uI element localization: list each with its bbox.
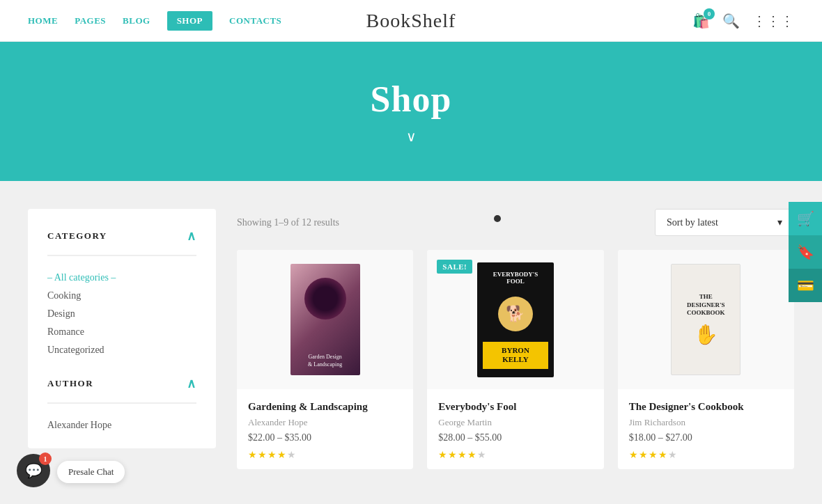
author-title: AUTHOR xyxy=(47,378,93,389)
product-info-1: Gardening & Landscaping Alexander Hope $… xyxy=(237,389,413,469)
nav-contacts[interactable]: CONTACTS xyxy=(229,15,281,26)
author-section: AUTHOR ∧ Alexander Hope xyxy=(47,376,196,434)
book-everybody-top: EVERYBODY'SFOOL xyxy=(493,271,538,286)
nav-shop[interactable]: SHOP xyxy=(167,11,212,31)
product-info-2: Everybody's Fool George Martin $28.00 – … xyxy=(427,389,603,469)
header: HOME PAGES BLOG SHOP CONTACTS BookShelf … xyxy=(0,0,822,42)
sidebar-divider xyxy=(47,255,196,256)
chat-badge: 1 xyxy=(39,452,52,465)
search-icon[interactable]: 🔍 xyxy=(722,13,740,29)
products-grid: Garden Design& Landscaping Gardening & L… xyxy=(237,250,794,469)
cart-badge: 0 xyxy=(704,8,715,19)
author-toggle[interactable]: ∧ xyxy=(187,376,197,391)
product-card-2[interactable]: SALE! EVERYBODY'SFOOL 🐕 BYRONKELLY Every… xyxy=(427,250,603,469)
product-card-1[interactable]: Garden Design& Landscaping Gardening & L… xyxy=(237,250,413,469)
author-alexander-hope[interactable]: Alexander Hope xyxy=(47,416,196,434)
book-designer-title-text: THEDESIGNER'SCOOKBOOK xyxy=(687,293,725,317)
floating-buttons: 🛒 🔖 💳 xyxy=(789,202,822,302)
hero-section: Shop ∨ xyxy=(0,42,822,181)
author-divider xyxy=(47,402,196,404)
nav-home[interactable]: HOME xyxy=(28,15,58,26)
book-everybody-dog-icon: 🐕 xyxy=(498,297,533,331)
sort-dropdown[interactable]: Sort by latest ▾ xyxy=(655,209,794,236)
nav-blog[interactable]: BLOG xyxy=(123,15,150,26)
category-list: – All categories – Cooking Design Romanc… xyxy=(47,269,196,359)
product-price-2: $28.00 – $55.00 xyxy=(438,432,592,443)
product-author-3: Jim Richardson xyxy=(629,417,783,428)
book-cover-everybody: EVERYBODY'SFOOL 🐕 BYRONKELLY xyxy=(477,262,554,377)
products-area: Showing 1–9 of 12 results Sort by latest… xyxy=(237,209,794,469)
product-title-1: Gardening & Landscaping xyxy=(248,400,402,414)
float-checkout-button[interactable]: 💳 xyxy=(789,269,822,302)
sort-chevron-icon: ▾ xyxy=(777,216,782,228)
sale-badge-2: SALE! xyxy=(437,260,472,274)
product-price-1: $22.00 – $35.00 xyxy=(248,432,402,443)
category-toggle[interactable]: ∧ xyxy=(187,228,197,244)
main-nav: HOME PAGES BLOG SHOP CONTACTS xyxy=(28,11,281,31)
product-price-3: $18.00 – $27.00 xyxy=(629,432,783,443)
cat-cooking[interactable]: Cooking xyxy=(47,287,196,305)
showing-text: Showing 1–9 of 12 results xyxy=(237,217,339,228)
chat-label[interactable]: Presale Chat xyxy=(57,461,125,483)
product-image-1: Garden Design& Landscaping xyxy=(237,250,413,389)
hero-chevron[interactable]: ∨ xyxy=(406,128,417,145)
hero-title: Shop xyxy=(371,79,452,120)
product-title-3: The Designer's Cookbook xyxy=(629,400,783,414)
product-stars-3: ★★★★★ xyxy=(629,449,783,461)
cart-icon[interactable]: 🛍️ 0 xyxy=(692,13,710,29)
author-section-header: AUTHOR ∧ xyxy=(47,376,196,391)
sidebar-box: CATEGORY ∧ – All categories – Cooking De… xyxy=(28,209,216,448)
product-image-3: THEDESIGNER'SCOOKBOOK ✋ xyxy=(618,250,794,389)
product-card-3[interactable]: THEDESIGNER'SCOOKBOOK ✋ The Designer's C… xyxy=(618,250,794,469)
cat-all-categories[interactable]: – All categories – xyxy=(47,269,196,287)
book-cover-designer: THEDESIGNER'SCOOKBOOK ✋ xyxy=(671,264,740,375)
main-content: CATEGORY ∧ – All categories – Cooking De… xyxy=(0,181,822,497)
sidebar: CATEGORY ∧ – All categories – Cooking De… xyxy=(28,209,216,469)
sort-label: Sort by latest xyxy=(667,217,718,228)
book-designer-hand-icon: ✋ xyxy=(694,323,718,346)
product-author-1: Alexander Hope xyxy=(248,417,402,428)
product-stars-1: ★★★★★ xyxy=(248,449,402,461)
float-wishlist-button[interactable]: 🔖 xyxy=(789,235,822,269)
pagination-dot-1[interactable] xyxy=(494,215,501,222)
product-image-2: SALE! EVERYBODY'SFOOL 🐕 BYRONKELLY xyxy=(427,250,603,389)
float-cart-button[interactable]: 🛒 xyxy=(789,202,822,235)
book-everybody-author-block: BYRONKELLY xyxy=(483,342,548,368)
category-section-header: CATEGORY ∧ xyxy=(47,228,196,244)
products-toolbar: Showing 1–9 of 12 results Sort by latest… xyxy=(237,209,794,236)
grid-icon[interactable]: ⋮⋮⋮ xyxy=(752,13,794,29)
site-logo[interactable]: BookShelf xyxy=(366,10,456,32)
nav-pages[interactable]: PAGES xyxy=(75,15,106,26)
product-author-2: George Martin xyxy=(438,417,592,428)
product-stars-2: ★★★★★ xyxy=(438,449,592,461)
product-title-2: Everybody's Fool xyxy=(438,400,592,414)
product-info-3: The Designer's Cookbook Jim Richardson $… xyxy=(618,389,794,469)
cat-romance[interactable]: Romance xyxy=(47,323,196,341)
cat-uncategorized[interactable]: Uncategorized xyxy=(47,341,196,359)
author-list: Alexander Hope xyxy=(47,416,196,434)
header-icons: 🛍️ 0 🔍 ⋮⋮⋮ xyxy=(692,13,794,29)
pagination xyxy=(494,215,501,222)
category-title: CATEGORY xyxy=(47,230,107,242)
book-gardening-label: Garden Design& Landscaping xyxy=(308,354,342,368)
chat-button[interactable]: 💬 1 xyxy=(17,454,50,487)
cat-design[interactable]: Design xyxy=(47,305,196,323)
book-cover-gardening: Garden Design& Landscaping xyxy=(290,264,360,375)
